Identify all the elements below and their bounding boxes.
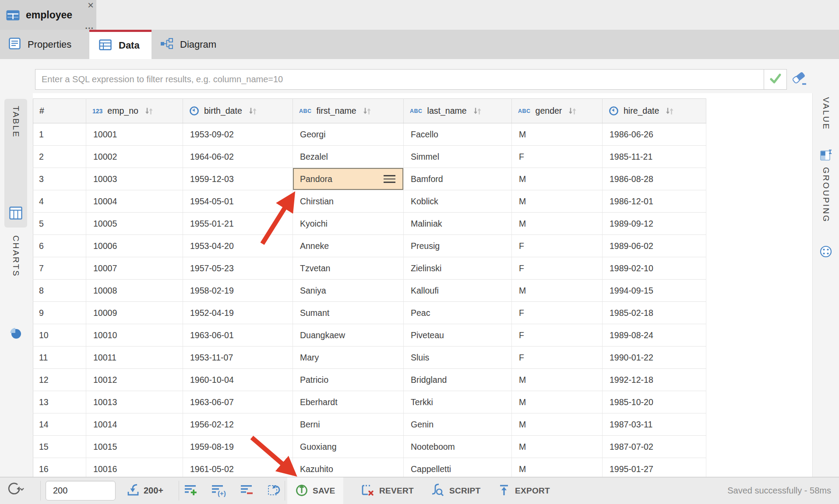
refresh-button[interactable] xyxy=(6,477,25,504)
grid-cell-last_name[interactable]: Simmel xyxy=(404,146,512,168)
grid-cell-birth_date[interactable]: 1955-01-21 xyxy=(183,213,293,235)
grid-cell-hire_date[interactable]: 1985-11-21 xyxy=(603,146,706,168)
grid-cell-last_name[interactable]: Bamford xyxy=(404,168,512,190)
grid-cell-birth_date[interactable]: 1953-04-20 xyxy=(183,235,293,257)
tab-diagram[interactable]: Diagram xyxy=(152,30,245,59)
sort-icon[interactable] xyxy=(144,106,154,116)
row-number-cell[interactable]: 7 xyxy=(33,257,86,280)
fetch-next-page-button[interactable]: 200+ xyxy=(126,477,163,504)
grid-cell-first_name[interactable]: Eberhardt xyxy=(293,391,404,413)
grid-cell-gender[interactable]: F xyxy=(512,346,603,369)
grid-cell-first_name[interactable]: Bezalel xyxy=(293,146,404,168)
grid-cell-birth_date[interactable]: 1963-06-01 xyxy=(183,324,293,346)
grid-cell-hire_date[interactable]: 1987-07-02 xyxy=(603,436,706,458)
grid-cell-gender[interactable]: M xyxy=(512,123,603,146)
grid-cell-emp_no[interactable]: 10005 xyxy=(86,213,183,235)
grid-cell-gender[interactable]: F xyxy=(512,146,603,168)
grid-cell-gender[interactable]: M xyxy=(512,168,603,190)
grid-cell-first_name[interactable]: Mary xyxy=(293,346,404,369)
export-button[interactable]: EXPORT xyxy=(490,477,558,504)
grid-cell-last_name[interactable]: Genin xyxy=(404,413,512,436)
grid-cell-last_name[interactable]: Bridgland xyxy=(404,369,512,391)
grid-cell-first_name[interactable]: Duangkaew xyxy=(293,324,404,346)
grid-cell-emp_no[interactable]: 10006 xyxy=(86,235,183,257)
grid-cell-hire_date[interactable]: 1985-02-18 xyxy=(603,302,706,324)
column-header-first_name[interactable]: ABCfirst_name xyxy=(293,99,404,123)
grid-cell-emp_no[interactable]: 10009 xyxy=(86,302,183,324)
grid-cell-first_name[interactable]: Patricio xyxy=(293,369,404,391)
grid-cell-birth_date[interactable]: 1958-02-19 xyxy=(183,280,293,302)
row-number-cell[interactable]: 8 xyxy=(33,280,86,302)
grid-cell-gender[interactable]: M xyxy=(512,369,603,391)
sort-icon[interactable] xyxy=(665,106,674,116)
grid-cell-first_name[interactable]: Kyoichi xyxy=(293,213,404,235)
column-header-emp_no[interactable]: 123emp_no xyxy=(86,99,183,123)
grid-cell-first_name[interactable]: Sumant xyxy=(293,302,404,324)
grid-cell-hire_date[interactable]: 1986-08-28 xyxy=(603,168,706,190)
grid-cell-gender[interactable]: F xyxy=(512,235,603,257)
grid-cell-hire_date[interactable]: 1985-10-20 xyxy=(603,391,706,413)
grid-cell-gender[interactable]: F xyxy=(512,324,603,346)
grid-cell-hire_date[interactable]: 1986-06-26 xyxy=(603,123,706,146)
row-number-cell[interactable]: 11 xyxy=(33,346,86,369)
grid-cell-emp_no[interactable]: 10014 xyxy=(86,413,183,436)
grid-cell-last_name[interactable]: Nooteboom xyxy=(404,436,512,458)
grid-cell-hire_date[interactable]: 1987-03-11 xyxy=(603,413,706,436)
row-number-cell[interactable]: 3 xyxy=(33,168,86,190)
grid-cell-hire_date[interactable]: 1994-09-15 xyxy=(603,280,706,302)
row-number-cell[interactable]: 4 xyxy=(33,190,86,213)
grid-cell-gender[interactable]: M xyxy=(512,213,603,235)
sql-filter-input[interactable] xyxy=(35,69,764,90)
grid-cell-last_name[interactable]: Preusig xyxy=(404,235,512,257)
grid-cell-hire_date[interactable]: 1990-01-22 xyxy=(603,346,706,369)
row-number-cell[interactable]: 9 xyxy=(33,302,86,324)
grid-cell-hire_date[interactable]: 1986-12-01 xyxy=(603,190,706,213)
grid-cell-gender[interactable]: M xyxy=(512,413,603,436)
grid-cell-last_name[interactable]: Maliniak xyxy=(404,213,512,235)
grid-cell-gender[interactable]: M xyxy=(512,391,603,413)
row-number-cell[interactable]: 5 xyxy=(33,213,86,235)
grid-cell-first_name[interactable]: Chirstian xyxy=(293,190,404,213)
grid-cell-gender[interactable]: M xyxy=(512,436,603,458)
grid-cell-first_name[interactable]: Saniya xyxy=(293,280,404,302)
grid-cell-emp_no[interactable]: 10015 xyxy=(86,436,183,458)
grid-cell-gender[interactable]: F xyxy=(512,257,603,280)
grid-cell-last_name[interactable]: Kalloufi xyxy=(404,280,512,302)
grid-cell-birth_date[interactable]: 1960-10-04 xyxy=(183,369,293,391)
panel-tab-charts[interactable]: CHARTS xyxy=(4,235,27,341)
grid-cell-first_name[interactable]: Pandora xyxy=(293,168,404,190)
row-number-cell[interactable]: 15 xyxy=(33,436,86,458)
script-button[interactable]: SCRIPT xyxy=(422,477,488,504)
fetch-size-input[interactable] xyxy=(46,481,116,500)
column-header-gender[interactable]: ABCgender xyxy=(512,99,603,123)
delete-row-icon[interactable] xyxy=(240,483,254,499)
close-icon[interactable]: × xyxy=(88,0,94,10)
row-number-cell[interactable]: 1 xyxy=(33,123,86,146)
grid-cell-hire_date[interactable]: 1992-12-18 xyxy=(603,369,706,391)
row-number-cell[interactable]: 14 xyxy=(33,413,86,436)
grid-cell-hire_date[interactable]: 1989-08-24 xyxy=(603,324,706,346)
panel-tab-value[interactable]: VALUE xyxy=(815,97,836,164)
revert-button[interactable]: REVERT xyxy=(353,477,422,504)
grid-cell-last_name[interactable]: Facello xyxy=(404,123,512,146)
row-number-cell[interactable]: 12 xyxy=(33,369,86,391)
grid-cell-first_name[interactable]: Guoxiang xyxy=(293,436,404,458)
save-button[interactable]: SAVE xyxy=(287,477,343,504)
grid-cell-emp_no[interactable]: 10004 xyxy=(86,190,183,213)
grid-cell-last_name[interactable]: Sluis xyxy=(404,346,512,369)
sort-icon[interactable] xyxy=(362,106,372,116)
tab-data[interactable]: Data xyxy=(89,30,152,59)
grid-cell-birth_date[interactable]: 1952-04-19 xyxy=(183,302,293,324)
grid-cell-first_name[interactable]: Anneke xyxy=(293,235,404,257)
row-number-cell[interactable]: 6 xyxy=(33,235,86,257)
grid-cell-hire_date[interactable]: 1989-02-10 xyxy=(603,257,706,280)
grid-cell-last_name[interactable]: Peac xyxy=(404,302,512,324)
grid-cell-first_name[interactable]: Tzvetan xyxy=(293,257,404,280)
add-row-icon[interactable] xyxy=(184,483,198,499)
grid-cell-birth_date[interactable]: 1957-05-23 xyxy=(183,257,293,280)
column-header-rownum[interactable]: # xyxy=(33,99,86,123)
duplicate-row-icon[interactable]: (+) xyxy=(211,483,227,499)
grid-cell-emp_no[interactable]: 10001 xyxy=(86,123,183,146)
column-header-birth_date[interactable]: birth_date xyxy=(183,99,293,123)
grid-cell-hire_date[interactable]: 1989-06-02 xyxy=(603,235,706,257)
